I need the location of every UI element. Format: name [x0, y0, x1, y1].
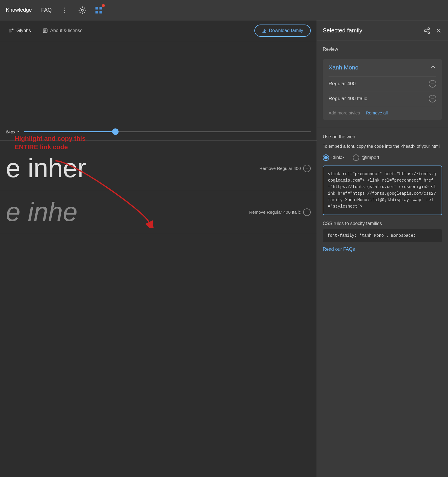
remove-style-0-button[interactable]: −	[429, 80, 436, 88]
tab-glyphs-label: Glyphs	[16, 28, 31, 33]
close-button[interactable]	[435, 27, 442, 34]
remove-regular-400-italic-button[interactable]: Remove Regular 400 Italic −	[249, 208, 311, 216]
style-row-0: Regular 400 −	[329, 76, 436, 91]
use-web-title: Use on the web	[323, 134, 442, 140]
chevron-up-icon	[430, 64, 436, 70]
use-web-section: Use on the web To embed a font, copy the…	[317, 128, 448, 258]
add-more-styles-button[interactable]: Add more styles	[329, 110, 360, 115]
svg-point-13	[424, 30, 426, 32]
nav-left: Knowledge FAQ ⋮	[6, 5, 442, 15]
style-row-1: Regular 400 Italic −	[329, 91, 436, 106]
link-radio-label: <link>	[331, 155, 344, 160]
notification-badge	[102, 4, 105, 7]
nav-icons	[77, 5, 104, 15]
remove-style-1-button[interactable]: −	[429, 95, 436, 102]
tab-about[interactable]: About & license	[40, 26, 85, 35]
family-collapse-button[interactable]	[430, 64, 436, 72]
review-label: Review	[323, 47, 442, 52]
svg-rect-4	[100, 11, 102, 13]
remove-regular-400-italic-icon: −	[303, 208, 311, 216]
svg-rect-2	[100, 7, 102, 9]
family-name: Xanh Mono	[329, 64, 358, 71]
use-web-divider	[317, 127, 448, 127]
svg-line-15	[426, 31, 428, 32]
top-nav: Knowledge FAQ ⋮	[0, 0, 448, 20]
font-sample-row-1: e inhe Remove Regular 400 Italic −	[0, 190, 317, 234]
svg-point-12	[428, 28, 430, 29]
size-dropdown-icon	[17, 130, 20, 133]
remove-regular-400-button[interactable]: Remove Regular 400 −	[259, 165, 311, 172]
svg-rect-3	[95, 11, 98, 13]
link-radio[interactable]: <link>	[323, 154, 344, 161]
family-card: Xanh Mono Regular 400 − Regular 400 Ital…	[323, 59, 442, 120]
import-radio-label: @import	[362, 155, 379, 160]
slider-thumb[interactable]	[112, 128, 119, 135]
import-radio-outer	[353, 154, 359, 161]
settings-icon[interactable]	[77, 5, 88, 15]
left-panel: Glyphs About & license Download family	[0, 20, 317, 477]
css-code-block[interactable]: font-family: 'Xanh Mono', monospace;	[323, 229, 442, 242]
right-panel-header-icons	[423, 27, 442, 34]
right-panel-title: Selected family	[323, 27, 362, 34]
content-area: Highlight and copy this ENTIRE link code…	[0, 41, 317, 477]
use-web-desc: To embed a font, copy the code into the …	[323, 143, 442, 150]
svg-point-14	[428, 32, 430, 34]
right-panel-header: Selected family	[317, 20, 448, 41]
right-panel: Selected family	[317, 20, 448, 477]
glyphs-icon	[8, 28, 14, 34]
remove-regular-400-icon: −	[303, 165, 311, 172]
remove-regular-400-italic-label: Remove Regular 400 Italic	[249, 210, 301, 215]
link-code-block[interactable]: <link rel="preconnect" href="https://fon…	[323, 166, 442, 215]
tab-about-label: About & license	[50, 28, 83, 33]
svg-point-5	[12, 29, 13, 30]
tabs-bar: Glyphs About & license Download family	[0, 20, 317, 41]
close-icon	[435, 27, 442, 34]
share-button[interactable]	[423, 27, 430, 34]
svg-line-16	[426, 29, 428, 30]
download-icon	[262, 28, 267, 33]
add-more-row: Add more styles Remove all	[329, 106, 436, 115]
style-name-0: Regular 400	[329, 81, 356, 87]
font-size-slider[interactable]	[24, 129, 311, 135]
download-family-button[interactable]: Download family	[254, 25, 311, 37]
share-icon	[423, 27, 430, 34]
main-layout: Glyphs About & license Download family	[0, 20, 448, 477]
remove-all-button[interactable]: Remove all	[366, 110, 388, 115]
read-faqs-link[interactable]: Read our FAQs	[323, 247, 355, 252]
size-label-container[interactable]: 64px	[6, 129, 20, 134]
download-button-label: Download family	[269, 28, 303, 33]
nav-more-dots[interactable]: ⋮	[61, 6, 68, 14]
tab-glyphs[interactable]: Glyphs	[6, 26, 33, 35]
about-icon	[43, 28, 48, 33]
remove-regular-400-label: Remove Regular 400	[259, 166, 301, 171]
import-radio[interactable]: @import	[353, 154, 379, 161]
family-card-header: Xanh Mono	[329, 64, 436, 72]
style-name-1: Regular 400 Italic	[329, 96, 367, 102]
link-radio-inner	[324, 156, 328, 159]
size-control: 64px	[0, 129, 317, 135]
right-panel-content: Review Xanh Mono Regular 400 − Regula	[317, 41, 448, 126]
svg-rect-1	[95, 7, 98, 9]
link-radio-outer	[323, 154, 329, 161]
slider-track	[24, 131, 311, 132]
css-rules-title: CSS rules to specify families	[323, 221, 442, 226]
font-sample-row-0: e inher Remove Regular 400 −	[0, 147, 317, 190]
font-sample-text-0: e inher	[6, 153, 86, 183]
nav-knowledge[interactable]: Knowledge	[6, 7, 32, 13]
svg-point-0	[81, 9, 84, 11]
size-divider	[0, 140, 317, 141]
slider-fill	[24, 131, 116, 132]
embed-type-radio-group: <link> @import	[323, 154, 442, 161]
nav-faq[interactable]: FAQ	[41, 7, 52, 13]
size-value: 64px	[6, 129, 15, 134]
font-sample-text-1: e inhe	[6, 197, 77, 227]
grid-icon[interactable]	[93, 5, 104, 15]
